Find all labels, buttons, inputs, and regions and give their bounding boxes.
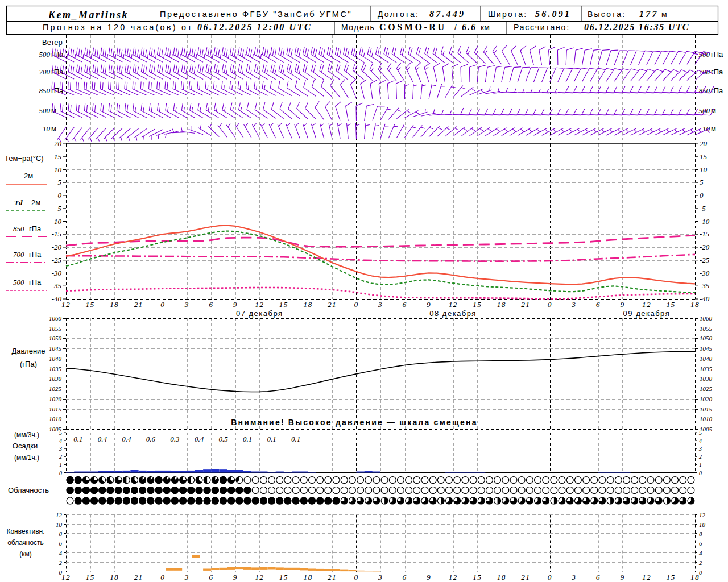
- svg-text:1060: 1060: [700, 315, 713, 322]
- svg-text:1010: 1010: [700, 415, 713, 422]
- svg-text:(км): (км): [19, 550, 32, 558]
- svg-text:5: 5: [700, 178, 704, 186]
- svg-text:Внимание! Высокое давление — ш: Внимание! Высокое давление — шкала смеще…: [231, 418, 477, 427]
- svg-text:2: 2: [699, 454, 702, 460]
- svg-text:-10: -10: [52, 217, 62, 226]
- svg-text:1030: 1030: [49, 375, 62, 382]
- svg-text:87.449: 87.449: [429, 9, 465, 19]
- svg-text:0.5: 0.5: [218, 435, 228, 443]
- svg-text:2м: 2м: [24, 172, 33, 180]
- svg-text:2: 2: [59, 559, 63, 566]
- svg-text:-25: -25: [700, 256, 710, 264]
- svg-text:6: 6: [596, 300, 601, 309]
- svg-text:700: 700: [13, 250, 24, 259]
- svg-text:12: 12: [255, 573, 264, 581]
- svg-text:06.12.2025 12:00 UTC: 06.12.2025 12:00 UTC: [197, 22, 312, 32]
- svg-text:12: 12: [449, 573, 458, 581]
- svg-text:-40: -40: [700, 294, 710, 303]
- svg-text:07 декабря: 07 декабря: [236, 309, 283, 318]
- svg-text:20: 20: [700, 139, 708, 148]
- svg-text:Рассчитано:: Рассчитано:: [514, 23, 570, 32]
- svg-text:0.4: 0.4: [195, 435, 204, 443]
- svg-text:4: 4: [59, 550, 63, 556]
- svg-text:1055: 1055: [49, 325, 62, 332]
- svg-text:10: 10: [43, 124, 51, 133]
- svg-text:700: 700: [699, 68, 710, 76]
- svg-text:6.6: 6.6: [462, 22, 477, 32]
- svg-text:1060: 1060: [49, 315, 62, 322]
- svg-text:2: 2: [59, 454, 62, 460]
- svg-text:0: 0: [160, 573, 165, 581]
- svg-text:Давление: Давление: [11, 347, 45, 355]
- svg-text:-15: -15: [52, 230, 62, 238]
- svg-text:56.091: 56.091: [535, 9, 571, 19]
- svg-text:15: 15: [667, 573, 676, 581]
- svg-text:(мм/3ч.): (мм/3ч.): [14, 431, 39, 439]
- svg-text:Модель: Модель: [341, 23, 375, 32]
- svg-text:км: км: [481, 23, 490, 32]
- svg-text:6: 6: [403, 300, 407, 309]
- svg-text:18: 18: [110, 573, 119, 581]
- svg-text:21: 21: [328, 300, 337, 309]
- svg-text:15: 15: [54, 152, 62, 161]
- svg-text:гПа: гПа: [29, 225, 42, 233]
- svg-text:гПа: гПа: [29, 278, 42, 286]
- svg-text:—: —: [142, 10, 150, 19]
- svg-text:0: 0: [160, 300, 165, 309]
- svg-text:гПа: гПа: [711, 50, 723, 59]
- svg-text:21: 21: [134, 300, 143, 309]
- svg-text:-35: -35: [700, 281, 710, 290]
- svg-text:1020: 1020: [700, 396, 713, 402]
- svg-text:-30: -30: [700, 269, 710, 277]
- svg-text:18: 18: [303, 300, 312, 309]
- svg-text:0.4: 0.4: [122, 435, 131, 443]
- svg-text:12: 12: [699, 512, 706, 518]
- svg-text:6: 6: [209, 300, 213, 309]
- svg-text:8: 8: [699, 530, 702, 537]
- svg-text:6: 6: [596, 573, 601, 581]
- svg-text:5: 5: [59, 430, 62, 436]
- svg-text:0: 0: [354, 573, 359, 581]
- svg-text:3: 3: [698, 446, 702, 452]
- svg-text:2м: 2м: [31, 198, 40, 207]
- svg-text:(мм/1ч.): (мм/1ч.): [14, 454, 39, 462]
- svg-text:-5: -5: [55, 204, 61, 213]
- svg-text:гПа: гПа: [29, 250, 42, 259]
- svg-text:9: 9: [427, 573, 431, 581]
- svg-text:9: 9: [620, 300, 624, 309]
- svg-text:1010: 1010: [49, 415, 62, 422]
- svg-text:3: 3: [378, 300, 383, 309]
- svg-text:21: 21: [134, 573, 143, 581]
- svg-text:15: 15: [700, 152, 708, 161]
- svg-text:15: 15: [473, 573, 482, 581]
- svg-text:0.1: 0.1: [243, 435, 252, 443]
- svg-text:177: 177: [639, 9, 659, 19]
- svg-text:/: /: [454, 23, 457, 32]
- svg-text:1045: 1045: [700, 345, 713, 352]
- svg-text:5: 5: [58, 178, 62, 186]
- svg-text:0: 0: [548, 300, 552, 309]
- svg-text:6: 6: [403, 573, 407, 581]
- svg-text:4: 4: [699, 438, 702, 444]
- svg-text:500: 500: [39, 106, 51, 115]
- svg-text:1025: 1025: [700, 385, 713, 392]
- svg-text:1050: 1050: [700, 335, 713, 342]
- svg-text:0: 0: [699, 470, 702, 476]
- svg-text:6: 6: [209, 573, 213, 581]
- svg-text:Широта:: Широта:: [488, 10, 527, 19]
- svg-text:3: 3: [571, 300, 576, 309]
- svg-text:Kem_Mariinsk: Kem_Mariinsk: [48, 9, 129, 20]
- svg-text:Прогноз на 120 часа(ов) от: Прогноз на 120 часа(ов) от: [43, 23, 193, 32]
- svg-text:м: м: [711, 124, 716, 133]
- svg-text:15: 15: [86, 573, 95, 581]
- svg-text:1055: 1055: [700, 325, 713, 332]
- svg-text:5: 5: [699, 430, 702, 436]
- svg-text:Td: Td: [14, 198, 23, 207]
- svg-text:10: 10: [699, 521, 706, 528]
- svg-text:1050: 1050: [49, 335, 62, 342]
- svg-text:-20: -20: [700, 243, 710, 251]
- svg-text:20: 20: [54, 139, 62, 148]
- svg-text:21: 21: [521, 573, 530, 581]
- svg-text:850: 850: [699, 86, 710, 95]
- svg-text:12: 12: [642, 573, 651, 581]
